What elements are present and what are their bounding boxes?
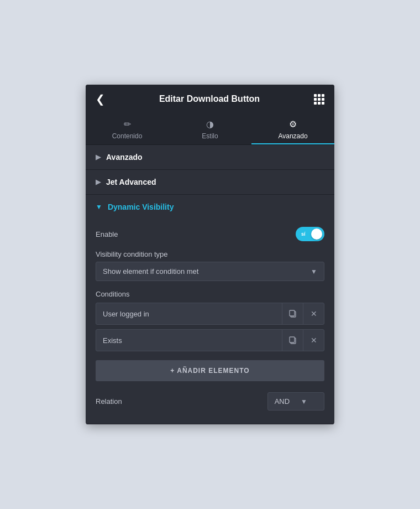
pencil-icon: ✏ xyxy=(124,119,131,129)
back-icon: ❮ xyxy=(96,92,105,106)
chevron-down-icon: ▼ xyxy=(96,203,102,211)
condition-text-1: User logged in xyxy=(96,304,282,324)
section-avanzado-header[interactable]: ▶ Avanzado xyxy=(86,145,334,169)
section-jet-advanced: ▶ Jet Advanced xyxy=(86,170,334,195)
relation-select[interactable]: AND ▼ xyxy=(267,392,324,411)
condition-item-2: Exists ✕ xyxy=(96,329,324,351)
grid-menu-button[interactable] xyxy=(314,94,324,105)
enable-field-row: Enable sí xyxy=(96,219,324,246)
editor-panel: ❮ Editar Download Button ✏ Contenido ◑ E… xyxy=(86,85,334,424)
copy-icon-2 xyxy=(288,336,297,345)
gear-icon: ⚙ xyxy=(289,119,297,129)
condition-copy-button-1[interactable] xyxy=(282,303,303,324)
svg-rect-1 xyxy=(290,310,295,316)
relation-selected: AND xyxy=(275,397,290,406)
add-element-button[interactable]: + AÑADIR ELEMENTO xyxy=(96,360,324,381)
tab-estilo[interactable]: ◑ Estilo xyxy=(169,113,251,144)
condition-copy-button-2[interactable] xyxy=(282,330,303,351)
enable-toggle[interactable]: sí xyxy=(296,227,324,241)
relation-dropdown-arrow-icon: ▼ xyxy=(301,398,307,406)
section-avanzado-label: Avanzado xyxy=(106,153,143,162)
tab-contenido[interactable]: ✏ Contenido xyxy=(86,113,169,144)
dynamic-visibility-content: Enable sí Visibility condition type Show… xyxy=(86,219,334,424)
condition-delete-button-2[interactable]: ✕ xyxy=(303,330,324,351)
tab-avanzado-label: Avanzado xyxy=(278,132,307,140)
section-dynamic-visibility: ▼ Dynamic Visibility Enable sí Visibilit… xyxy=(86,195,334,424)
toggle-text: sí xyxy=(301,231,306,237)
section-avanzado: ▶ Avanzado xyxy=(86,145,334,170)
back-button[interactable]: ❮ xyxy=(96,92,105,106)
panel-title: Editar Download Button xyxy=(105,94,314,104)
section-dynamic-visibility-label: Dynamic Visibility xyxy=(108,202,174,211)
tab-bar: ✏ Contenido ◑ Estilo ⚙ Avanzado xyxy=(86,113,334,145)
chevron-right-icon-2: ▶ xyxy=(96,178,101,186)
tab-estilo-label: Estilo xyxy=(202,132,218,140)
chevron-right-icon: ▶ xyxy=(96,153,101,161)
toggle-knob xyxy=(311,228,322,240)
visibility-type-label: Visibility condition type xyxy=(96,246,324,262)
section-jet-advanced-label: Jet Advanced xyxy=(106,178,156,186)
section-jet-advanced-header[interactable]: ▶ Jet Advanced xyxy=(86,170,334,194)
enable-label: Enable xyxy=(96,230,118,238)
close-icon-2: ✕ xyxy=(311,336,317,345)
panel-header: ❮ Editar Download Button xyxy=(86,85,334,113)
condition-item-1: User logged in ✕ xyxy=(96,303,324,325)
tab-avanzado[interactable]: ⚙ Avanzado xyxy=(251,113,334,144)
tab-contenido-label: Contenido xyxy=(112,132,143,140)
circle-half-icon: ◑ xyxy=(206,119,214,129)
conditions-label: Conditions xyxy=(96,288,324,303)
close-icon-1: ✕ xyxy=(311,309,317,318)
relation-row: Relation AND ▼ xyxy=(96,390,324,413)
condition-text-2: Exists xyxy=(96,331,282,350)
svg-rect-3 xyxy=(290,337,295,342)
section-dynamic-visibility-header[interactable]: ▼ Dynamic Visibility xyxy=(86,195,334,219)
relation-label: Relation xyxy=(96,397,122,406)
visibility-type-select[interactable]: Show element if condition met ▼ xyxy=(96,262,324,281)
copy-icon-1 xyxy=(288,309,297,318)
grid-icon xyxy=(314,94,324,105)
visibility-type-selected: Show element if condition met xyxy=(103,267,198,276)
condition-delete-button-1[interactable]: ✕ xyxy=(303,303,324,324)
dropdown-arrow-icon: ▼ xyxy=(311,268,317,276)
